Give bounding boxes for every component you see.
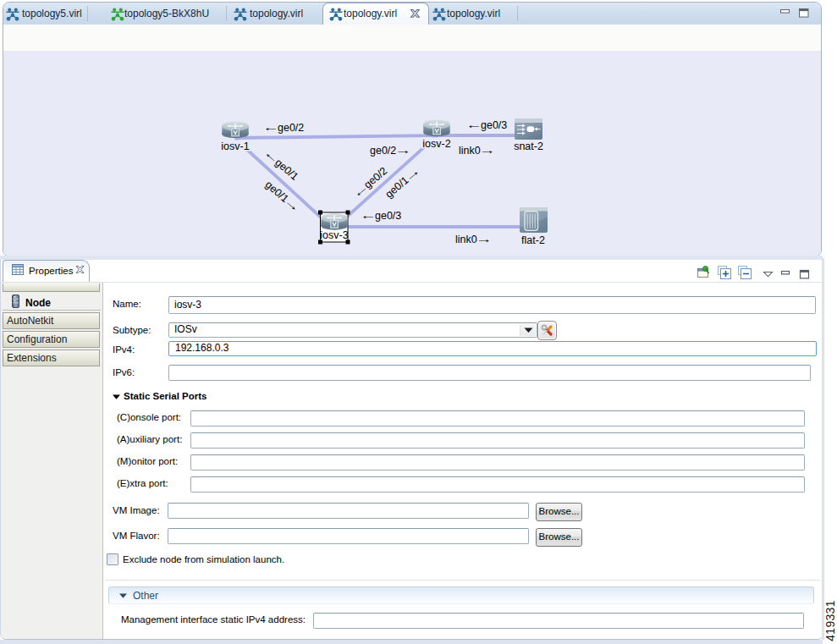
svg-text:iosv-3: iosv-3 [320, 229, 348, 241]
svg-text:←ge0/3: ←ge0/3 [465, 119, 507, 131]
svg-text:link0→: link0→ [455, 234, 493, 245]
svg-text:←ge0/3: ←ge0/3 [360, 210, 401, 222]
svg-text:flat-2: flat-2 [521, 234, 545, 246]
svg-text:iosv-1: iosv-1 [221, 140, 249, 152]
svg-text:←ge0/2: ←ge0/2 [262, 122, 304, 134]
svg-text:←ge0/1: ←ge0/1 [262, 146, 300, 183]
svg-text:link0→: link0→ [459, 145, 496, 157]
svg-text:snat-2: snat-2 [514, 140, 543, 152]
svg-text:iosv-2: iosv-2 [422, 138, 450, 150]
svg-text:ge0/1→: ge0/1→ [383, 164, 423, 200]
svg-text:ge0/2→: ge0/2→ [370, 145, 411, 157]
